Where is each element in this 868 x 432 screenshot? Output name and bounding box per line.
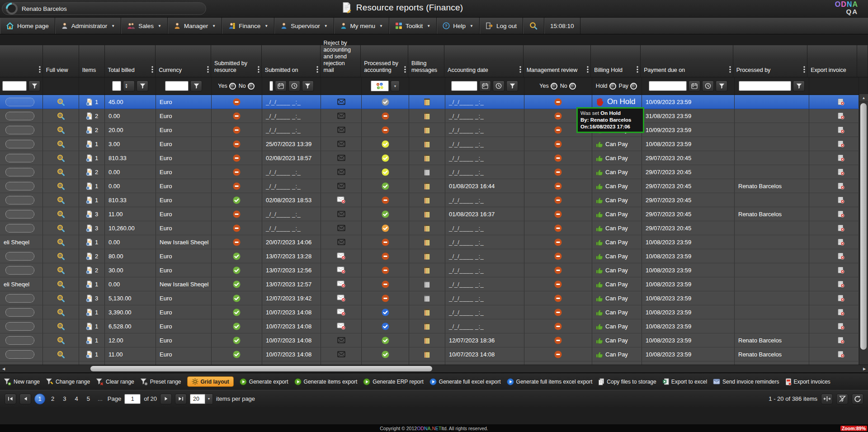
- toolbar-button-generate-erp-report[interactable]: Generate ERP report: [363, 378, 424, 385]
- fit-columns-icon[interactable]: [821, 394, 833, 404]
- filter-funnel-icon[interactable]: [716, 81, 727, 91]
- rejection-mail-icon[interactable]: [337, 141, 345, 147]
- table-row[interactable]: 220.00Euro_/_/____ _:__/_/____ _:_Can Pa…: [0, 123, 868, 137]
- toolbar-button-generate-full-excel-export[interactable]: Generate full excel export: [429, 378, 501, 385]
- rejection-mail-icon[interactable]: [337, 211, 345, 217]
- export-invoice-icon[interactable]: [837, 238, 844, 246]
- toolbar-button-generate-full-items-excel-export[interactable]: Generate full items excel export: [507, 378, 593, 385]
- export-invoice-icon[interactable]: [837, 351, 844, 358]
- row-inline-input[interactable]: [5, 196, 34, 204]
- items-document-icon[interactable]: [85, 154, 93, 162]
- table-row[interactable]: 20.00Euro_/_/____ _:__/_/____ _:_Can Pay…: [0, 109, 868, 123]
- horizontal-scrollbar[interactable]: ◀ ▶: [0, 365, 868, 373]
- status-minus-icon[interactable]: [233, 154, 241, 162]
- full-view-icon[interactable]: [57, 154, 65, 162]
- items-document-icon[interactable]: [85, 294, 93, 302]
- can-pay-thumb-icon[interactable]: [596, 140, 603, 147]
- full-view-icon[interactable]: [57, 112, 65, 120]
- toolbar-button-grid-layout[interactable]: Grid layout: [187, 376, 234, 387]
- full-view-icon[interactable]: [57, 238, 65, 247]
- table-row[interactable]: 13,390.00Euro10/07/2023 14:08_/_/____ _:…: [0, 305, 868, 319]
- toolbar-button-copy-files-to-storage[interactable]: Copy files to storage: [598, 378, 656, 385]
- menu-item-toolkit[interactable]: Toolkit▼: [389, 18, 437, 34]
- items-document-icon[interactable]: [85, 323, 93, 330]
- status-minus-icon[interactable]: [233, 182, 241, 190]
- scroll-left-icon[interactable]: ◀: [0, 365, 7, 372]
- items-document-icon[interactable]: [85, 252, 93, 260]
- col-header-mgmt[interactable]: Management review: [524, 45, 591, 77]
- rejection-mail-sent-icon[interactable]: [337, 196, 345, 204]
- items-document-icon[interactable]: [85, 337, 93, 344]
- export-invoice-icon[interactable]: [837, 154, 844, 161]
- clear-filters-icon[interactable]: [836, 394, 848, 404]
- accounting-status-check-yellow-icon[interactable]: [382, 140, 389, 148]
- management-review-minus-icon[interactable]: [554, 337, 562, 344]
- full-view-icon[interactable]: [57, 224, 65, 233]
- menu-item-sales[interactable]: Sales▼: [121, 18, 168, 34]
- processed_by-filter-input[interactable]: [739, 81, 791, 91]
- full-view-icon[interactable]: [57, 336, 65, 345]
- column-menu-icon[interactable]: [803, 66, 805, 73]
- filter-funnel-icon[interactable]: [137, 81, 148, 91]
- management-review-minus-icon[interactable]: [554, 294, 562, 302]
- items-document-icon[interactable]: [85, 126, 93, 134]
- management-review-minus-icon[interactable]: [554, 196, 562, 204]
- items-document-icon[interactable]: [85, 224, 93, 232]
- export-invoice-icon[interactable]: [837, 210, 844, 218]
- rejection-mail-icon[interactable]: [337, 337, 345, 343]
- processed_acct-filter-select[interactable]: [371, 81, 389, 91]
- horizontal-scroll-thumb[interactable]: [90, 366, 432, 371]
- status-check-icon[interactable]: [233, 196, 241, 204]
- management-review-minus-icon[interactable]: [554, 182, 562, 190]
- table-row[interactable]: 16,528.00Euro10/07/2023 14:08_/_/____ _:…: [0, 319, 868, 333]
- menu-item-log-out[interactable]: Log out: [480, 18, 523, 34]
- col-header-billing[interactable]: Billing messages: [408, 45, 444, 77]
- row-inline-input[interactable]: [5, 336, 34, 345]
- rejection-mail-icon[interactable]: [337, 169, 345, 175]
- row-inline-input[interactable]: [5, 112, 34, 120]
- row-inline-input[interactable]: [5, 224, 34, 233]
- can-pay-thumb-icon[interactable]: [596, 182, 603, 190]
- menu-item-search[interactable]: [523, 18, 544, 34]
- management-review-minus-icon[interactable]: [554, 252, 562, 260]
- clock-icon[interactable]: [288, 81, 300, 91]
- export-invoice-icon[interactable]: [837, 252, 844, 260]
- full-view-icon[interactable]: [57, 350, 65, 359]
- full-view-icon[interactable]: [57, 266, 65, 275]
- billing-messages-icon[interactable]: [424, 154, 430, 162]
- management-review-minus-icon[interactable]: [554, 210, 562, 218]
- rejection-mail-icon[interactable]: [337, 155, 345, 161]
- export-invoice-icon[interactable]: [837, 112, 844, 119]
- accounting-status-minus-icon[interactable]: [382, 112, 389, 120]
- full-view-icon[interactable]: [57, 140, 65, 148]
- menu-item-help[interactable]: ?Help▼: [437, 18, 480, 34]
- billing-messages-icon[interactable]: [424, 210, 430, 218]
- management-review-minus-icon[interactable]: [554, 140, 562, 148]
- column-menu-icon[interactable]: [39, 66, 41, 73]
- accounting-status-check-blue-icon[interactable]: [382, 309, 389, 316]
- table-row[interactable]: 112.00Euro10/07/2023 14:0812/07/2023 18:…: [0, 333, 868, 347]
- menu-item-manager[interactable]: Manager▼: [168, 18, 222, 34]
- toolbar-button-generate-export[interactable]: Generate export: [240, 378, 288, 385]
- col-header-currency[interactable]: Currency: [156, 45, 211, 77]
- billing-messages-icon[interactable]: [424, 126, 430, 134]
- rejection-mail-icon[interactable]: [337, 127, 345, 133]
- submitted_by-radio-2[interactable]: [248, 83, 255, 90]
- row-inline-input[interactable]: [5, 154, 34, 162]
- column-menu-icon[interactable]: [519, 66, 521, 73]
- rejection-mail-icon[interactable]: [337, 113, 345, 119]
- billing-messages-icon[interactable]: [424, 252, 430, 260]
- can-pay-thumb-icon[interactable]: [596, 168, 603, 176]
- table-row[interactable]: 311.00Euro_/_/____ _:_01/08/2023 16:37Ca…: [0, 207, 868, 221]
- toolbar-button-send-invoice-reminders[interactable]: Send invoice reminders: [713, 379, 779, 385]
- billing-messages-icon[interactable]: [424, 224, 430, 232]
- table-row[interactable]: 35,130.00Euro12/07/2023 19:42_/_/____ _:…: [0, 291, 868, 305]
- table-row[interactable]: eli Sheqel10.00New Israeli Sheqel20/07/2…: [0, 235, 868, 249]
- user-name[interactable]: Renato Barcelos: [22, 5, 67, 12]
- calendar-icon[interactable]: [689, 81, 700, 91]
- menu-item-administrator[interactable]: Administrator▼: [55, 18, 121, 34]
- status-check-icon[interactable]: [233, 337, 241, 344]
- status-minus-icon[interactable]: [233, 98, 241, 106]
- filter-funnel-icon[interactable]: [28, 81, 40, 91]
- column-menu-icon[interactable]: [587, 66, 589, 73]
